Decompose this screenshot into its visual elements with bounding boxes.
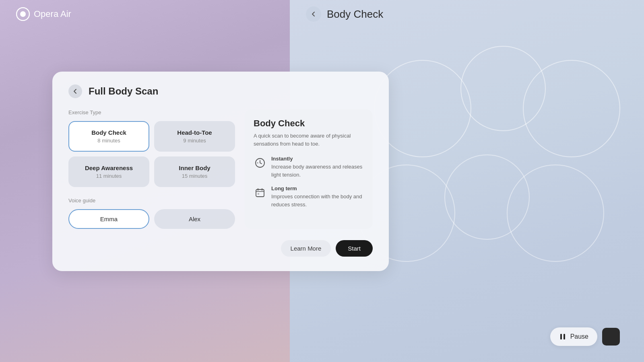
calendar-icon xyxy=(254,186,266,199)
opera-logo-icon xyxy=(16,7,30,21)
page-title: Body Check xyxy=(327,8,383,21)
svg-rect-12 xyxy=(564,334,565,339)
pause-icon xyxy=(559,333,566,340)
exercise-name-0: Body Check xyxy=(74,129,144,136)
benefit-instantly-desc: Increase body awareness and releases lig… xyxy=(271,164,362,178)
logo: Opera Air xyxy=(16,7,71,21)
logo-text: Opera Air xyxy=(34,9,71,19)
action-row: Learn More Start xyxy=(68,240,373,257)
info-title: Body Check xyxy=(254,118,364,129)
back-button-card[interactable] xyxy=(68,84,82,98)
stop-button[interactable] xyxy=(602,328,620,346)
exercise-name-3: Inner Body xyxy=(160,165,229,171)
svg-rect-10 xyxy=(258,193,259,195)
svg-rect-9 xyxy=(256,189,264,197)
benefit-longterm-label: Long term xyxy=(271,185,364,191)
bottom-controls: Pause xyxy=(550,327,620,346)
learn-more-button[interactable]: Learn More xyxy=(281,240,331,257)
main-card: Full Body Scan Exercise Type Body Check … xyxy=(52,72,389,271)
back-button-header[interactable] xyxy=(306,6,321,22)
exercise-duration-3: 15 minutes xyxy=(160,173,229,179)
left-panel: Exercise Type Body Check 8 minutes Head-… xyxy=(68,109,235,229)
pause-label: Pause xyxy=(570,333,588,340)
card-header: Full Body Scan xyxy=(68,84,373,98)
svg-rect-11 xyxy=(560,334,562,339)
card-body: Exercise Type Body Check 8 minutes Head-… xyxy=(68,109,373,229)
exercise-duration-1: 9 minutes xyxy=(160,138,229,144)
exercise-name-1: Head-to-Toe xyxy=(160,129,229,136)
voice-alex[interactable]: Alex xyxy=(154,209,235,229)
voice-grid: Emma Alex xyxy=(68,209,235,229)
voice-emma[interactable]: Emma xyxy=(68,209,149,229)
exercise-name-2: Deep Awareness xyxy=(74,165,144,171)
info-panel: Body Check A quick scan to become aware … xyxy=(245,109,373,229)
exercise-duration-0: 8 minutes xyxy=(74,138,144,144)
benefit-instantly: Instantly Increase body awareness and re… xyxy=(254,156,364,179)
header: Opera Air Body Check xyxy=(0,0,644,28)
pause-button[interactable]: Pause xyxy=(550,327,597,346)
exercise-duration-2: 11 minutes xyxy=(74,173,144,179)
voice-guide-label: Voice guide xyxy=(68,197,235,204)
exercise-deep-awareness[interactable]: Deep Awareness 11 minutes xyxy=(68,156,149,187)
exercise-body-check[interactable]: Body Check 8 minutes xyxy=(68,121,149,152)
benefit-longterm-desc: Improves connection with the body and re… xyxy=(271,193,362,208)
exercise-inner-body[interactable]: Inner Body 15 minutes xyxy=(154,156,235,187)
benefit-long-term: Long term Improves connection with the b… xyxy=(254,185,364,209)
clock-icon xyxy=(254,156,266,169)
benefit-instantly-label: Instantly xyxy=(271,156,364,162)
exercise-grid: Body Check 8 minutes Head-to-Toe 9 minut… xyxy=(68,121,235,187)
exercise-head-to-toe[interactable]: Head-to-Toe 9 minutes xyxy=(154,121,235,152)
header-right: Body Check xyxy=(290,0,383,28)
exercise-type-label: Exercise Type xyxy=(68,109,235,115)
start-button[interactable]: Start xyxy=(336,240,373,257)
svg-point-7 xyxy=(20,11,26,17)
card-title: Full Body Scan xyxy=(89,86,158,97)
info-description: A quick scan to become aware of physical… xyxy=(254,132,364,148)
